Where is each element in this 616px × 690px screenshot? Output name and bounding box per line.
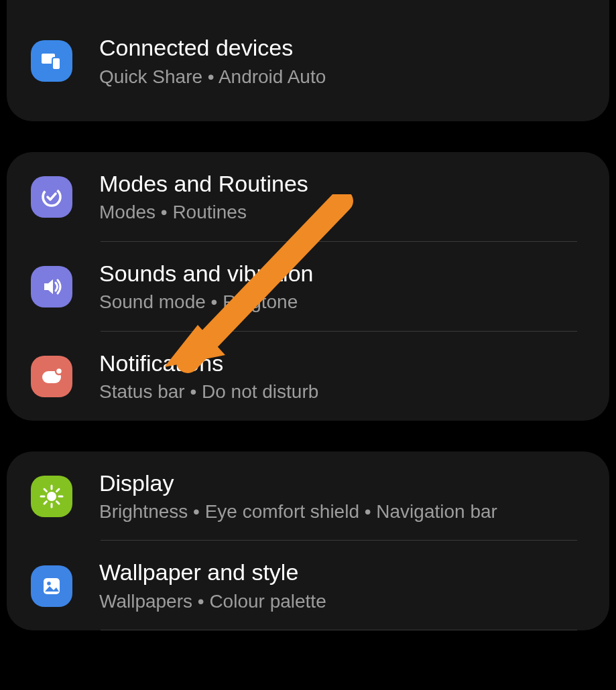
svg-point-4 [56, 368, 62, 374]
settings-item-text: Sounds and vibration Sound mode • Ringto… [99, 259, 609, 315]
settings-item-subtitle: Wallpapers • Colour palette [99, 590, 609, 614]
notification-icon [31, 356, 72, 397]
settings-item-subtitle: Modes • Routines [99, 200, 609, 224]
devices-icon [31, 40, 72, 82]
svg-point-5 [47, 492, 56, 501]
image-icon [31, 565, 72, 607]
settings-item-title: Notifications [99, 349, 609, 378]
settings-item-title: Display [99, 469, 609, 498]
settings-item-text: Modes and Routines Modes • Routines [99, 169, 609, 225]
settings-item-sounds-vibration[interactable]: Sounds and vibration Sound mode • Ringto… [7, 242, 609, 331]
settings-item-title: Connected devices [99, 33, 609, 62]
settings-item-subtitle: Status bar • Do not disturb [99, 380, 609, 404]
settings-group-3: Display Brightness • Eye comfort shield … [7, 452, 609, 631]
svg-rect-1 [52, 58, 60, 70]
settings-item-connected-devices[interactable]: Connected devices Quick Share • Android … [7, 16, 609, 105]
settings-item-title: Modes and Routines [99, 169, 609, 198]
svg-point-15 [47, 581, 51, 585]
settings-item-title: Wallpaper and style [99, 558, 609, 587]
settings-group-2: Modes and Routines Modes • Routines Soun… [7, 152, 609, 421]
settings-item-notifications[interactable]: Notifications Status bar • Do not distur… [7, 332, 609, 421]
settings-item-subtitle: Sound mode • Ringtone [99, 290, 609, 314]
settings-item-modes-routines[interactable]: Modes and Routines Modes • Routines [7, 152, 609, 241]
settings-group-1: Connected devices Quick Share • Android … [7, 0, 609, 121]
speaker-icon [31, 266, 72, 307]
separator [101, 630, 577, 630]
svg-line-13 [57, 489, 60, 492]
brightness-icon [31, 476, 72, 517]
settings-item-text: Notifications Status bar • Do not distur… [99, 349, 609, 405]
settings-item-text: Wallpaper and style Wallpapers • Colour … [99, 558, 609, 614]
settings-item-wallpaper-style[interactable]: Wallpaper and style Wallpapers • Colour … [7, 541, 609, 630]
svg-line-11 [57, 502, 60, 504]
svg-line-10 [44, 489, 47, 492]
group-gap [0, 421, 616, 452]
settings-item-display[interactable]: Display Brightness • Eye comfort shield … [7, 452, 609, 541]
settings-item-text: Display Brightness • Eye comfort shield … [99, 469, 609, 525]
svg-line-12 [44, 502, 47, 504]
clock-check-icon [31, 176, 72, 218]
settings-item-title: Sounds and vibration [99, 259, 609, 288]
svg-rect-14 [44, 578, 60, 594]
settings-item-subtitle: Quick Share • Android Auto [99, 65, 609, 89]
settings-item-text: Connected devices Quick Share • Android … [99, 33, 609, 89]
group-gap [0, 121, 616, 152]
settings-item-subtitle: Brightness • Eye comfort shield • Naviga… [99, 500, 609, 524]
